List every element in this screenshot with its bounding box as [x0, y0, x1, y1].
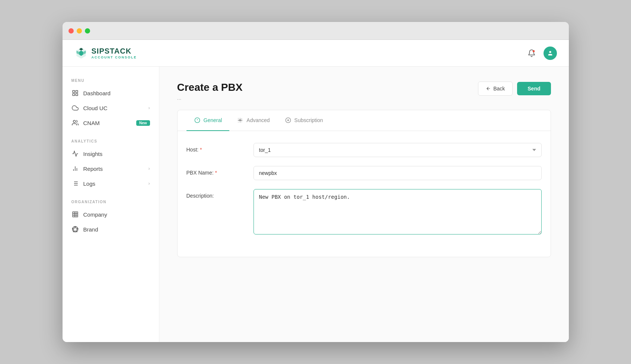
- sidebar-item-insights[interactable]: Insights: [63, 146, 159, 161]
- tab-advanced[interactable]: Advanced: [229, 110, 277, 131]
- sidebar-item-brand[interactable]: Brand: [63, 222, 159, 237]
- reports-label: Reports: [83, 166, 103, 172]
- menu-section-label: MENU: [63, 79, 159, 83]
- svg-point-0: [532, 50, 535, 52]
- reports-chevron-icon: ›: [149, 166, 150, 171]
- advanced-tab-label: Advanced: [246, 117, 270, 123]
- advanced-tab-icon: [237, 117, 243, 124]
- description-label: Description:: [187, 189, 246, 199]
- people-icon: [71, 119, 79, 127]
- company-icon: [71, 211, 79, 218]
- organization-section-label: ORGANIZATION: [63, 200, 159, 204]
- logo-area: SIPSTACK ACCOUNT CONSOLE: [74, 47, 137, 60]
- back-button[interactable]: Back: [478, 82, 513, 96]
- cloud-uc-label: Cloud UC: [83, 105, 108, 111]
- titlebar: [63, 22, 569, 40]
- dashboard-icon: [71, 89, 79, 97]
- top-nav: SIPSTACK ACCOUNT CONSOLE: [63, 40, 569, 67]
- page-header: Create a PBX ... Back Send: [177, 82, 551, 101]
- svg-rect-5: [76, 94, 77, 96]
- logo-icon: [74, 47, 88, 60]
- page-title: Create a PBX: [177, 82, 243, 93]
- maximize-button[interactable]: [85, 28, 90, 33]
- brand-label: Brand: [83, 226, 98, 233]
- tab-subscription[interactable]: Subscription: [277, 110, 331, 131]
- app-window: SIPSTACK ACCOUNT CONSOLE: [63, 22, 569, 342]
- description-row: Description:: [187, 189, 542, 236]
- logo-sub-text: ACCOUNT CONSOLE: [92, 55, 137, 59]
- header-actions: Back Send: [478, 82, 551, 96]
- reports-icon: [71, 165, 79, 172]
- back-label: Back: [493, 86, 505, 92]
- form-body: Host: * tor_1 P: [178, 131, 551, 257]
- cloud-icon: [71, 104, 79, 112]
- tab-general[interactable]: General: [187, 110, 230, 131]
- sidebar-item-dashboard[interactable]: Dashboard: [63, 86, 159, 100]
- description-textarea[interactable]: [254, 189, 542, 234]
- minimize-button[interactable]: [77, 28, 82, 33]
- sidebar-item-reports[interactable]: Reports ›: [63, 161, 159, 176]
- sidebar-item-company[interactable]: Company: [63, 207, 159, 222]
- nav-actions: [526, 47, 557, 60]
- sidebar-item-cloud-uc[interactable]: Cloud UC ›: [63, 100, 159, 115]
- pbx-name-required-star: *: [215, 170, 217, 176]
- logo-text: SIPSTACK ACCOUNT CONSOLE: [92, 47, 137, 59]
- svg-rect-16: [73, 212, 78, 217]
- traffic-lights: [68, 28, 90, 33]
- cnam-badge: New: [136, 120, 150, 126]
- arrow-left-icon: [486, 86, 491, 91]
- chevron-right-icon: ›: [149, 105, 150, 111]
- logs-chevron-icon: ›: [149, 181, 150, 186]
- pbx-name-input[interactable]: [254, 166, 542, 180]
- logs-label: Logs: [83, 181, 96, 187]
- send-button[interactable]: Send: [517, 82, 551, 95]
- host-row: Host: * tor_1: [187, 143, 542, 157]
- main-layout: MENU Dashboard: [63, 67, 569, 342]
- page-subtitle: ...: [177, 95, 243, 101]
- form-tabs: General Advanced: [178, 110, 551, 131]
- form-card: General Advanced: [177, 110, 551, 257]
- sidebar-item-cnam[interactable]: CNAM New: [63, 115, 159, 130]
- host-required-star: *: [200, 147, 202, 153]
- main-content: Create a PBX ... Back Send: [159, 67, 569, 342]
- user-avatar[interactable]: [544, 47, 557, 60]
- cnam-label: CNAM: [83, 120, 100, 126]
- insights-label: Insights: [83, 151, 103, 157]
- company-label: Company: [83, 211, 107, 218]
- pbx-name-row: PBX Name: *: [187, 166, 542, 180]
- app-body: SIPSTACK ACCOUNT CONSOLE: [63, 40, 569, 342]
- close-button[interactable]: [68, 28, 74, 33]
- insights-icon: [71, 150, 79, 157]
- host-select[interactable]: tor_1: [254, 143, 542, 157]
- host-label: Host: *: [187, 143, 246, 153]
- svg-rect-3: [76, 90, 77, 92]
- pbx-name-field: [254, 166, 542, 180]
- page-title-area: Create a PBX ...: [177, 82, 243, 101]
- pbx-name-label: PBX Name: *: [187, 166, 246, 176]
- sidebar-item-logs[interactable]: Logs ›: [63, 176, 159, 191]
- general-tab-label: General: [204, 117, 222, 123]
- brand-icon: [71, 226, 79, 233]
- svg-point-6: [73, 120, 75, 122]
- logo-main-text: SIPSTACK: [92, 47, 137, 55]
- host-field: tor_1: [254, 143, 542, 157]
- logs-icon: [71, 180, 79, 187]
- dashboard-label: Dashboard: [83, 90, 111, 96]
- analytics-section-label: ANALYTICS: [63, 139, 159, 143]
- description-field: [254, 189, 542, 236]
- svg-rect-2: [73, 90, 74, 92]
- subscription-tab-icon: [285, 117, 291, 124]
- svg-rect-4: [73, 94, 74, 96]
- bell-icon[interactable]: [526, 47, 538, 59]
- svg-point-1: [549, 51, 551, 53]
- subscription-tab-label: Subscription: [294, 117, 323, 123]
- general-tab-icon: [194, 117, 201, 124]
- sidebar: MENU Dashboard: [63, 67, 159, 342]
